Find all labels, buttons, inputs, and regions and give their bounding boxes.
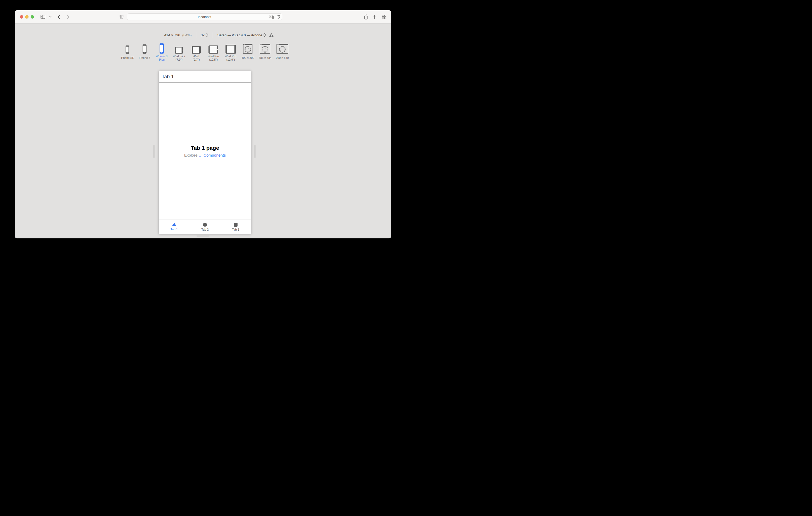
device-label: 400 × 300	[241, 54, 254, 62]
device-ipad[interactable]: iPad(9.7")	[187, 43, 205, 62]
rdm-controls: 414 × 736 (84%) 3x Safari — iOS 14.0 — i…	[164, 33, 273, 37]
privacy-report-button[interactable]	[120, 14, 123, 19]
device-label: 960 × 540	[276, 54, 289, 62]
app-nav-title: Tab 1	[162, 74, 174, 80]
user-agent-value: Safari — iOS 14.0 — iPhone	[218, 33, 262, 37]
iphone-8-icon	[143, 43, 146, 54]
forward-button[interactable]	[67, 14, 69, 19]
tab-2[interactable]: Tab 2	[190, 220, 221, 234]
toolbar: localhost A	[14, 10, 392, 24]
browser-window-icon	[243, 43, 253, 54]
warning-triangle-icon[interactable]	[269, 33, 273, 37]
device-row: iPhone SE iPhone 8	[119, 43, 291, 62]
new-tab-button[interactable]	[372, 14, 377, 19]
chevron-down-icon	[49, 16, 52, 18]
zoom-window-button[interactable]	[31, 15, 34, 19]
tab-overview-grid-icon	[382, 14, 386, 19]
ipad-mini-icon	[175, 43, 183, 54]
ipad-pro-105-icon	[208, 43, 218, 54]
device-label: iPad mini(7.9")	[173, 54, 185, 62]
ipad-icon	[192, 43, 201, 54]
pixel-ratio-stepper[interactable]	[206, 33, 208, 37]
sidebar-menu-button[interactable]	[49, 16, 52, 18]
device-ipad-pro-105[interactable]: iPad Pro(10.5")	[205, 43, 222, 62]
browser-window-icon	[260, 43, 270, 54]
iphone-se-icon	[125, 43, 129, 54]
device-label: iPad Pro(12.9")	[225, 54, 236, 62]
tab-3[interactable]: Tab 3	[220, 220, 251, 234]
minimize-window-button[interactable]	[25, 15, 29, 19]
close-window-button[interactable]	[20, 15, 23, 19]
pixel-ratio-value: 3x	[201, 33, 204, 37]
plus-icon	[372, 14, 377, 19]
device-browser-683x384[interactable]: 683 × 384	[256, 43, 273, 62]
user-agent-stepper[interactable]	[263, 33, 266, 37]
ui-components-link[interactable]: UI Components	[199, 153, 226, 157]
back-button[interactable]	[58, 14, 60, 19]
device-label: 683 × 384	[259, 54, 271, 62]
device-browser-960x540[interactable]: 960 × 540	[273, 43, 291, 62]
reload-icon[interactable]	[276, 15, 280, 19]
app-page-content: Tab 1 page Explore UI Components	[159, 83, 251, 219]
address-bar[interactable]: localhost A	[127, 13, 282, 20]
safari-window: localhost A	[14, 10, 392, 238]
sidebar-icon	[40, 15, 45, 19]
viewport-resize-handle-left[interactable]	[153, 145, 154, 158]
svg-text:A: A	[270, 15, 271, 18]
rdm-viewport: Tab 1 Tab 1 page Explore UI Components T…	[159, 70, 251, 234]
viewport-resize-handle-right[interactable]	[254, 145, 256, 158]
tab-overview-button[interactable]	[382, 14, 386, 19]
address-bar-url[interactable]: localhost	[127, 13, 282, 20]
page-title: Tab 1 page	[191, 145, 219, 151]
sidebar-button[interactable]	[40, 15, 45, 19]
device-label: iPhone 8Plus	[156, 54, 167, 62]
app-tab-bar: Tab 1 Tab 2 Tab 3	[159, 219, 251, 234]
ipad-pro-129-icon	[226, 43, 236, 54]
device-ipad-mini[interactable]: iPad mini(7.9")	[170, 43, 187, 62]
app-nav-bar: Tab 1	[159, 70, 251, 83]
page-subtitle: Explore UI Components	[184, 153, 226, 157]
controls-divider	[196, 32, 196, 38]
forward-icon	[67, 14, 69, 19]
device-iphone-8[interactable]: iPhone 8	[136, 43, 153, 62]
square-icon	[234, 223, 237, 226]
device-iphone-8-plus[interactable]: iPhone 8Plus	[153, 43, 171, 62]
device-label: iPad Pro(10.5")	[208, 54, 219, 62]
device-label: iPad(9.7")	[193, 54, 200, 62]
tab-1[interactable]: Tab 1	[159, 220, 190, 234]
iphone-8-plus-icon	[160, 43, 164, 54]
device-browser-400x300[interactable]: 400 × 300	[239, 43, 257, 62]
back-icon	[58, 14, 60, 19]
browser-window-icon	[277, 43, 288, 54]
device-ipad-pro-129[interactable]: iPad Pro(12.9")	[222, 43, 239, 62]
triangle-icon	[172, 223, 177, 226]
share-button[interactable]	[364, 14, 368, 20]
device-label: iPhone 8	[139, 54, 150, 62]
viewport-size-label: 414 × 736	[164, 33, 180, 37]
viewport-resize-handle-bottom[interactable]	[197, 235, 209, 237]
translate-icon[interactable]: A	[269, 15, 274, 19]
share-icon	[364, 14, 368, 20]
device-label: iPhone SE	[121, 54, 134, 62]
circle-icon	[203, 223, 207, 226]
viewport-zoom-label: (84%)	[182, 33, 192, 37]
privacy-shield-icon	[120, 14, 123, 19]
device-iphone-se[interactable]: iPhone SE	[119, 43, 136, 62]
